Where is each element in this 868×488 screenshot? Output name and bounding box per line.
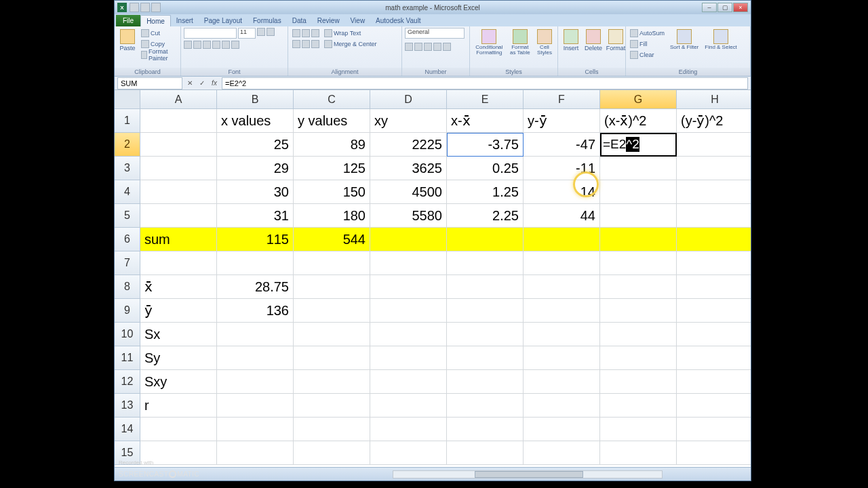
- hscroll-thumb[interactable]: [475, 471, 583, 478]
- comma-icon[interactable]: [424, 43, 432, 51]
- cell-D6[interactable]: [370, 228, 447, 251]
- insert-cells-button[interactable]: Insert: [561, 28, 581, 53]
- cell-E7[interactable]: [447, 251, 524, 275]
- cell-G9[interactable]: [600, 299, 677, 323]
- cell-F9[interactable]: [524, 299, 600, 323]
- select-all-corner[interactable]: [115, 90, 140, 109]
- cell-D15[interactable]: [370, 441, 447, 465]
- cell-G7[interactable]: [600, 251, 677, 275]
- cell-E2[interactable]: -3.75: [447, 133, 524, 157]
- cell-H12[interactable]: [677, 370, 751, 394]
- cell-F12[interactable]: [524, 370, 600, 394]
- cell-C9[interactable]: [294, 299, 370, 323]
- cell-B9[interactable]: 136: [217, 299, 294, 323]
- column-header-D[interactable]: D: [370, 90, 447, 109]
- row-header-13[interactable]: 13: [115, 394, 140, 418]
- tab-page-layout[interactable]: Page Layout: [199, 15, 248, 26]
- cell-A9[interactable]: ȳ: [140, 299, 217, 323]
- row-header-12[interactable]: 12: [115, 370, 140, 394]
- cell-H4[interactable]: [677, 180, 751, 204]
- cell-D8[interactable]: [370, 275, 447, 299]
- enter-formula-icon[interactable]: ✓: [196, 78, 208, 89]
- sort-filter-button[interactable]: Sort & Filter: [668, 28, 701, 52]
- cell-H13[interactable]: [677, 394, 751, 418]
- cell-G10[interactable]: [600, 323, 677, 346]
- cell-A14[interactable]: [140, 418, 217, 441]
- name-box[interactable]: SUM: [117, 77, 182, 89]
- align-top-icon[interactable]: [292, 29, 300, 37]
- font-family-select[interactable]: [184, 28, 237, 39]
- column-header-C[interactable]: C: [294, 90, 370, 109]
- cell-B14[interactable]: [217, 418, 294, 441]
- cell-D11[interactable]: [370, 346, 447, 370]
- cell-C1[interactable]: y values: [294, 109, 370, 133]
- currency-icon[interactable]: [405, 43, 413, 51]
- cell-D14[interactable]: [370, 418, 447, 441]
- tab-review[interactable]: Review: [312, 15, 345, 26]
- cell-A6[interactable]: sum: [140, 228, 217, 251]
- cell-A1[interactable]: [140, 109, 217, 133]
- font-color-button[interactable]: [231, 41, 239, 49]
- column-header-G[interactable]: G: [600, 90, 677, 109]
- align-left-icon[interactable]: [292, 40, 300, 48]
- cell-B3[interactable]: 29: [217, 157, 294, 180]
- cell-F15[interactable]: [524, 441, 600, 465]
- align-right-icon[interactable]: [311, 40, 319, 48]
- worksheet-grid[interactable]: ABCDEFGH1x valuesy valuesxyx-x̄y-ȳ(x-x̄…: [115, 90, 751, 467]
- cell-B4[interactable]: 30: [217, 180, 294, 204]
- file-tab[interactable]: File: [116, 15, 140, 26]
- cell-F4[interactable]: 14: [524, 180, 600, 204]
- save-icon[interactable]: [130, 3, 139, 12]
- cell-H2[interactable]: [677, 133, 751, 157]
- cell-H10[interactable]: [677, 323, 751, 346]
- cell-F1[interactable]: y-ȳ: [524, 109, 600, 133]
- cell-F11[interactable]: [524, 346, 600, 370]
- cell-A5[interactable]: [140, 204, 217, 228]
- cell-B10[interactable]: [217, 323, 294, 346]
- cell-A7[interactable]: [140, 251, 217, 275]
- cell-H5[interactable]: [677, 204, 751, 228]
- row-header-7[interactable]: 7: [115, 251, 140, 275]
- cell-E13[interactable]: [447, 394, 524, 418]
- cell-E3[interactable]: 0.25: [447, 157, 524, 180]
- cell-D2[interactable]: 2225: [370, 133, 447, 157]
- cell-F8[interactable]: [524, 275, 600, 299]
- cell-F7[interactable]: [524, 251, 600, 275]
- cell-E5[interactable]: 2.25: [447, 204, 524, 228]
- align-bottom-icon[interactable]: [311, 29, 319, 37]
- cell-B7[interactable]: [217, 251, 294, 275]
- fill-button[interactable]: Fill: [629, 39, 666, 49]
- cell-A11[interactable]: Sy: [140, 346, 217, 370]
- cell-B13[interactable]: [217, 394, 294, 418]
- cell-D10[interactable]: [370, 323, 447, 346]
- decrease-decimal-icon[interactable]: [443, 43, 451, 51]
- cell-A2[interactable]: [140, 133, 217, 157]
- cell-F14[interactable]: [524, 418, 600, 441]
- cell-B5[interactable]: 31: [217, 204, 294, 228]
- row-header-6[interactable]: 6: [115, 228, 140, 251]
- cell-A4[interactable]: [140, 180, 217, 204]
- minimize-button[interactable]: –: [702, 3, 717, 12]
- cell-F5[interactable]: 44: [524, 204, 600, 228]
- cell-G2[interactable]: =E2^2: [600, 133, 677, 157]
- autosum-button[interactable]: AutoSum: [629, 28, 666, 38]
- cell-B2[interactable]: 25: [217, 133, 294, 157]
- number-format-select[interactable]: General: [405, 28, 465, 39]
- cell-H7[interactable]: [677, 251, 751, 275]
- cell-E15[interactable]: [447, 441, 524, 465]
- tab-home[interactable]: Home: [140, 15, 171, 26]
- cell-C12[interactable]: [294, 370, 370, 394]
- cell-F3[interactable]: -11: [524, 157, 600, 180]
- cell-A8[interactable]: x̄: [140, 275, 217, 299]
- cell-H8[interactable]: [677, 275, 751, 299]
- cell-B1[interactable]: x values: [217, 109, 294, 133]
- fx-icon[interactable]: fx: [208, 78, 220, 89]
- italic-button[interactable]: [193, 41, 201, 49]
- row-header-8[interactable]: 8: [115, 275, 140, 299]
- cell-A13[interactable]: r: [140, 394, 217, 418]
- row-header-3[interactable]: 3: [115, 157, 140, 180]
- horizontal-scrollbar[interactable]: [393, 470, 663, 479]
- clear-button[interactable]: Clear: [629, 49, 666, 60]
- maximize-button[interactable]: ▢: [717, 3, 732, 12]
- cell-C11[interactable]: [294, 346, 370, 370]
